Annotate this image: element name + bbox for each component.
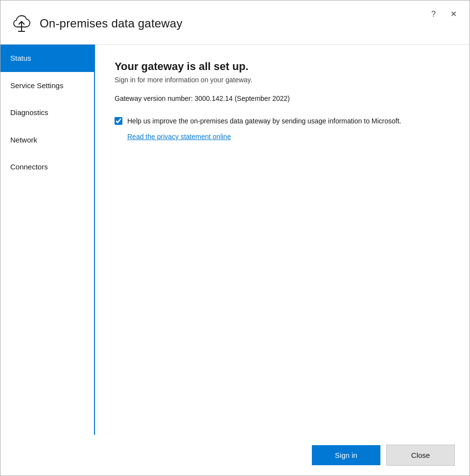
main-window: On-premises data gateway ? ✕ Status Serv… (0, 0, 470, 476)
improve-checkbox-wrapper[interactable] (115, 117, 122, 127)
sidebar-item-connectors[interactable]: Connectors (0, 153, 94, 181)
title-controls: ? ✕ (428, 9, 460, 29)
footer: Sign in Close (0, 435, 470, 476)
status-title: Your gateway is all set up. (115, 60, 450, 73)
content-area: Your gateway is all set up. Sign in for … (95, 45, 470, 435)
window-title: On-premises data gateway (40, 17, 183, 30)
sidebar: Status Service Settings Diagnostics Netw… (0, 45, 95, 435)
improve-checkbox-label[interactable]: Help us improve the on-premises data gat… (127, 116, 401, 126)
cloud-gateway-icon (10, 14, 33, 33)
sidebar-item-status[interactable]: Status (0, 45, 94, 72)
help-button[interactable]: ? (428, 9, 439, 19)
sidebar-item-diagnostics[interactable]: Diagnostics (0, 99, 94, 126)
improve-checkbox[interactable] (115, 117, 122, 125)
sidebar-item-service-settings[interactable]: Service Settings (0, 72, 94, 99)
main-content: Status Service Settings Diagnostics Netw… (0, 45, 470, 435)
sidebar-item-network[interactable]: Network (0, 126, 94, 154)
privacy-link[interactable]: Read the privacy statement online (127, 133, 450, 141)
status-subtitle: Sign in for more information on your gat… (115, 76, 450, 84)
title-left: On-premises data gateway (10, 14, 183, 33)
version-text: Gateway version number: 3000.142.14 (Sep… (115, 95, 450, 102)
signin-button[interactable]: Sign in (312, 445, 380, 465)
close-button[interactable]: Close (386, 445, 455, 466)
title-bar: On-premises data gateway ? ✕ (0, 0, 470, 45)
improve-checkbox-row: Help us improve the on-premises data gat… (115, 116, 450, 127)
window-close-button[interactable]: ✕ (447, 9, 460, 19)
